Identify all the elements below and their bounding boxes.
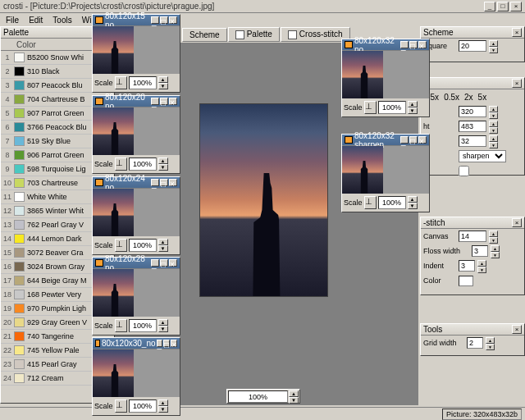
scale-up-icon[interactable]: ▲ <box>408 196 418 203</box>
zoom-5x[interactable]: 5x <box>478 93 487 102</box>
scale-fit-button[interactable]: ⊥ <box>364 196 377 209</box>
zoom-down[interactable]: ▼ <box>289 397 299 404</box>
up-icon[interactable]: ▲ <box>477 260 486 267</box>
up-icon[interactable]: ▲ <box>489 106 498 112</box>
preview-window[interactable]: 80x120x32 no_□×Scale⊥100%▲▼ <box>341 39 430 117</box>
preview-image[interactable] <box>342 51 429 98</box>
preview-window[interactable]: 80x120x24 no_□×Scale⊥100%▲▼ <box>92 176 180 255</box>
scale-fit-button[interactable]: ⊥ <box>115 319 127 332</box>
preview-close-icon[interactable]: × <box>169 179 177 186</box>
scale-down-icon[interactable]: ▼ <box>158 326 168 332</box>
ct-checkbox[interactable] <box>459 166 469 176</box>
preview-max-icon[interactable]: □ <box>163 340 170 347</box>
down-icon[interactable]: ▼ <box>489 127 498 134</box>
down-icon[interactable]: ▼ <box>489 47 498 53</box>
width-input[interactable] <box>459 106 486 117</box>
scale-down-icon[interactable]: ▼ <box>408 203 418 209</box>
scale-value[interactable]: 100% <box>129 239 157 252</box>
preview-max-icon[interactable]: □ <box>160 98 168 105</box>
preview-window[interactable]: 80x120x20 no_□×Scale⊥100%▲▼ <box>92 95 180 174</box>
preview-close-icon[interactable]: × <box>169 16 177 24</box>
scale-up-icon[interactable]: ▲ <box>158 319 168 326</box>
zoom-value[interactable]: 100% <box>228 390 288 403</box>
scale-value[interactable]: 100% <box>378 101 406 114</box>
preview-max-icon[interactable]: □ <box>409 41 418 48</box>
zoom-up[interactable]: ▲ <box>289 390 299 397</box>
floss-input[interactable] <box>472 245 488 257</box>
scale-fit-button[interactable]: ⊥ <box>115 399 127 413</box>
scale-fit-button[interactable]: ⊥ <box>115 158 127 171</box>
preview-max-icon[interactable]: □ <box>160 179 168 186</box>
preview-min-icon[interactable]: _ <box>151 16 159 24</box>
preview-min-icon[interactable]: _ <box>151 98 159 105</box>
preview-close-icon[interactable]: × <box>171 340 177 347</box>
preview-close-icon[interactable]: × <box>418 41 427 48</box>
preview-window[interactable]: 80x120x15 no_□×Scale⊥100%▲▼ <box>92 14 180 93</box>
preview-min-icon[interactable]: _ <box>157 340 163 347</box>
scale-down-icon[interactable]: ▼ <box>158 164 168 171</box>
scale-value[interactable]: 100% <box>378 196 406 209</box>
menu-file[interactable]: File <box>2 15 23 25</box>
scale-fit-button[interactable]: ⊥ <box>364 101 377 114</box>
preview-image[interactable] <box>93 26 180 74</box>
down-icon[interactable]: ▼ <box>489 142 498 148</box>
up-icon[interactable]: ▲ <box>489 40 498 47</box>
menu-tools[interactable]: Tools <box>48 15 75 25</box>
menu-edit[interactable]: Edit <box>25 15 47 25</box>
preview-max-icon[interactable]: □ <box>160 259 168 267</box>
preview-image[interactable] <box>342 146 429 194</box>
scale-value[interactable]: 100% <box>129 399 157 413</box>
scale-value[interactable]: 100% <box>129 319 157 332</box>
scale-down-icon[interactable]: ▼ <box>158 245 168 252</box>
preview-close-icon[interactable]: × <box>169 259 177 267</box>
scale-up-icon[interactable]: ▲ <box>408 101 418 107</box>
scale-up-icon[interactable]: ▲ <box>158 158 168 164</box>
tab-cross-stitch[interactable]: Cross-stitch <box>281 27 350 42</box>
maximize-button[interactable]: □ <box>497 2 509 11</box>
down-icon[interactable]: ▼ <box>489 112 498 119</box>
filter-select[interactable]: sharpen <box>459 150 506 162</box>
tools-close-icon[interactable]: × <box>512 325 522 334</box>
preview-image[interactable] <box>93 269 180 317</box>
down-icon[interactable]: ▼ <box>489 237 498 244</box>
zoom-05x[interactable]: 0.5x <box>444 93 459 102</box>
scale-fit-button[interactable]: ⊥ <box>115 239 127 252</box>
scale-down-icon[interactable]: ▼ <box>158 406 168 413</box>
up-icon[interactable]: ▲ <box>489 135 498 142</box>
scale-value[interactable]: 100% <box>129 158 157 171</box>
preview-max-icon[interactable]: □ <box>160 16 168 24</box>
square-input[interactable] <box>459 40 486 52</box>
scale-fit-button[interactable]: ⊥ <box>115 76 127 89</box>
scale-down-icon[interactable]: ▼ <box>158 83 168 89</box>
color-swatch[interactable] <box>459 276 473 286</box>
scale-down-icon[interactable]: ▼ <box>408 107 418 114</box>
preview-min-icon[interactable]: _ <box>151 259 159 267</box>
preview-window[interactable]: 80x120x28 no_□×Scale⊥100%▲▼ <box>92 257 180 336</box>
down-icon[interactable]: ▼ <box>486 344 495 350</box>
tab-scheme[interactable]: Scheme <box>182 28 227 42</box>
down-icon[interactable]: ▼ <box>477 267 486 273</box>
down-icon[interactable]: ▼ <box>491 252 500 258</box>
up-icon[interactable]: ▲ <box>491 245 500 252</box>
up-icon[interactable]: ▲ <box>489 231 498 237</box>
height-input[interactable] <box>459 121 486 132</box>
scale-value[interactable]: 100% <box>129 76 157 89</box>
scale-up-icon[interactable]: ▲ <box>158 239 168 245</box>
up-icon[interactable]: ▲ <box>486 337 495 344</box>
preview-image[interactable] <box>93 189 180 236</box>
preview-max-icon[interactable]: □ <box>409 136 418 144</box>
up-icon[interactable]: ▲ <box>489 121 498 127</box>
preview-min-icon[interactable]: _ <box>151 179 159 186</box>
image-close-icon[interactable]: × <box>512 79 522 88</box>
preview-min-icon[interactable]: _ <box>400 41 409 48</box>
main-picture[interactable] <box>199 103 328 297</box>
minimize-button[interactable]: _ <box>484 2 495 11</box>
preview-close-icon[interactable]: × <box>169 98 177 105</box>
colors-input[interactable] <box>459 135 486 147</box>
scale-up-icon[interactable]: ▲ <box>158 76 168 83</box>
preview-window[interactable]: 80x120x32 sharpen_□×Scale⊥100%▲▼ <box>341 134 430 212</box>
scheme-close-icon[interactable]: × <box>512 28 522 37</box>
indent-input[interactable] <box>459 260 475 272</box>
cross-close-icon[interactable]: × <box>512 218 522 227</box>
scale-up-icon[interactable]: ▲ <box>158 399 168 406</box>
